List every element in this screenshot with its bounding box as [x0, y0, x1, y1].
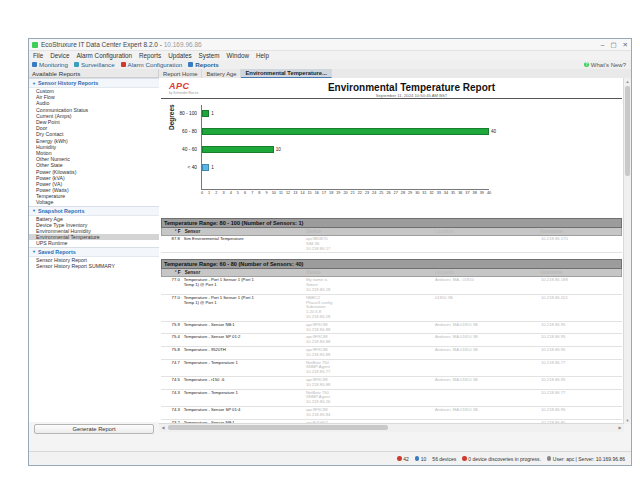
- chart-x-tick-label: 38: [473, 191, 477, 195]
- chart-bar[interactable]: [202, 146, 274, 153]
- scroll-left-icon[interactable]: ◀: [159, 424, 167, 432]
- chart-category-label: 60 - 80: [161, 123, 197, 141]
- column-header-f[interactable]: ° F: [162, 269, 183, 276]
- temperature-range-tables: Temperature Range: 80 - 100 (Number of S…: [161, 218, 622, 424]
- status-text: 10: [421, 456, 427, 462]
- cell-loc: 01810 3B: [433, 295, 539, 321]
- tab-battery-age[interactable]: Battery Age: [202, 69, 241, 78]
- table-row[interactable]: 75.9Temperature - Sensor NB:1apc9F9C8810…: [161, 322, 622, 335]
- column-header-f[interactable]: ° F: [162, 228, 183, 235]
- sidebar-section-saved-reports[interactable]: ▼Saved Reports: [29, 247, 159, 257]
- scroll-down-icon[interactable]: ▼: [624, 417, 631, 424]
- prog-status-icon: [462, 456, 467, 461]
- chart-x-tick-label: 29: [408, 191, 412, 195]
- sidebar-item-sensor-history-report-summary[interactable]: Sensor History Report SUMMARY: [29, 263, 159, 269]
- column-header-loc[interactable]: Location: [433, 269, 539, 276]
- chart-bar[interactable]: [202, 164, 209, 171]
- minimize-icon[interactable]: –: [601, 41, 605, 49]
- table-row[interactable]: 75.4Temperature - Sensor SP 01:2apc9F9C8…: [161, 334, 622, 347]
- cell-f: 75.4: [161, 334, 182, 346]
- chart-bar[interactable]: [202, 128, 489, 135]
- cell-loc: Andover, MA 01810 3B: [433, 334, 539, 346]
- column-header-sensor[interactable]: Sensor: [183, 269, 305, 276]
- column-header-device[interactable]: Device: [304, 269, 433, 276]
- sidebar-section-sensor-history-reports[interactable]: ▼Sensor History Reports: [29, 78, 159, 88]
- scroll-up-icon[interactable]: ▲: [624, 78, 631, 85]
- cell-loc: Andover, MA - 01810: [433, 277, 539, 293]
- table-row[interactable]: 74.3Temperature - Sensor SP 01:4apc9F9C8…: [161, 407, 622, 420]
- perspective-monitoring[interactable]: Monitoring: [32, 61, 68, 68]
- status-segment[interactable]: User: apc | Server: 10.169.96.86: [547, 456, 625, 462]
- perspective-reports[interactable]: Reports: [188, 61, 218, 68]
- title-bar[interactable]: EcoStruxure IT Data Center Expert 8.2.0 …: [29, 39, 631, 51]
- table-band-header: Temperature Range: 60 - 80 (Number of Se…: [161, 259, 622, 269]
- column-header-device[interactable]: Device: [304, 228, 433, 235]
- maximize-icon[interactable]: ▢: [610, 41, 616, 49]
- status-segment[interactable]: 10: [415, 456, 427, 462]
- cell-sensor: Sim Environmental Temperature: [182, 236, 304, 252]
- column-header-host[interactable]: Hostname: [538, 269, 621, 276]
- whats-new-link[interactable]: ?What's New?: [584, 62, 628, 68]
- menu-item-help[interactable]: Help: [256, 52, 269, 59]
- close-icon[interactable]: ✕: [623, 41, 628, 49]
- menu-item-window[interactable]: Window: [227, 52, 249, 59]
- sidebar-section-title: Snapshot Reports: [38, 208, 84, 214]
- status-segment[interactable]: 42: [397, 456, 409, 462]
- table-row[interactable]: 74.7Temperature - Temperature 1NetBotz 7…: [161, 360, 622, 377]
- table-row[interactable]: 75.8Temperature - 9520THapc9F9C8810.218.…: [161, 347, 622, 360]
- menu-item-updates[interactable]: Updates: [168, 52, 191, 59]
- chart-x-tick-label: 10: [272, 191, 276, 195]
- chart-x-tick-label: 19: [336, 191, 340, 195]
- table-row[interactable]: 74.5Temperature - r150 -6apc9F9C8810.218…: [161, 377, 622, 390]
- scroll-right-icon[interactable]: ▶: [616, 424, 624, 432]
- cell-device: apc9F9C8810.218.86.84: [304, 407, 433, 419]
- info-status-icon: [415, 456, 420, 461]
- perspective-surveillance[interactable]: Surveillance: [74, 61, 115, 68]
- report-horizontal-scrollbar[interactable]: ◀ ▶: [159, 423, 624, 432]
- chart-bar[interactable]: [202, 110, 209, 117]
- chevron-down-icon: ▼: [32, 208, 36, 213]
- chart-x-tick-label: 5: [237, 191, 239, 195]
- generate-report-button[interactable]: Generate Report: [34, 424, 154, 434]
- menu-item-reports[interactable]: Reports: [139, 52, 161, 59]
- table-row[interactable]: 77.0Temperature - Port 1 Sensor 1 (Port …: [161, 277, 622, 294]
- chart-x-tick-label: 15: [308, 191, 312, 195]
- menu-item-alarm-configuration[interactable]: Alarm Configuration: [76, 52, 132, 59]
- cell-loc: Andover, MA 01810 3B: [433, 322, 539, 334]
- chevron-down-icon: ▼: [32, 249, 36, 254]
- status-segment[interactable]: 56 devices: [432, 456, 456, 462]
- apc-logo: APC by Schneider Electric: [169, 82, 199, 95]
- cell-device: apc9F9C8810.218.86.88: [304, 334, 433, 346]
- table-row[interactable]: 87.8Sim Environmental Temperatureapc9B1B…: [161, 236, 622, 253]
- temperature-bar-chart: Degrees 14010101234567891011121314151617…: [159, 102, 624, 214]
- cell-sensor: Temperature - Port 1 Sensor 1 (Port 1Tem…: [182, 295, 304, 321]
- status-segment[interactable]: 0 device discoveries in progress.: [462, 456, 541, 462]
- chart-x-tick-label: 27: [394, 191, 398, 195]
- chart-x-tick-label: 18: [329, 191, 333, 195]
- table-row[interactable]: 77.0Temperature - Port 1 Sensor 1 (Port …: [161, 295, 622, 322]
- cell-loc: [433, 236, 539, 252]
- table-band-header: Temperature Range: 80 - 100 (Number of S…: [161, 218, 622, 228]
- perspective-alarm-configuration[interactable]: Alarm Configuration: [121, 61, 183, 68]
- tab-report-home[interactable]: Report Home: [159, 69, 202, 78]
- menu-item-device[interactable]: Device: [50, 52, 69, 59]
- perspective-icon: [121, 62, 126, 67]
- column-header-loc[interactable]: Location: [433, 228, 539, 235]
- table-row[interactable]: 74.3Temperature - Temperature 1NetBotz 7…: [161, 390, 622, 407]
- column-header-host[interactable]: Hostname: [538, 228, 621, 235]
- horizontal-scroll-thumb[interactable]: [168, 425, 388, 430]
- cell-f: 75.8: [161, 347, 182, 359]
- chart-x-tick-label: 20: [343, 191, 347, 195]
- menu-item-file[interactable]: File: [33, 52, 43, 59]
- cell-loc: Andover, MA 01810 3B: [433, 377, 539, 389]
- chevron-down-icon: ▼: [32, 81, 36, 86]
- column-header-sensor[interactable]: Sensor: [183, 228, 305, 235]
- sidebar-section-snapshot-reports[interactable]: ▼Snapshot Reports: [29, 206, 159, 216]
- app-window: EcoStruxure IT Data Center Expert 8.2.0 …: [28, 38, 632, 466]
- vertical-scroll-thumb[interactable]: [625, 86, 630, 176]
- cell-device: apc9F9C8810.218.86.88: [304, 322, 433, 334]
- report-title-rule: [161, 98, 622, 99]
- report-vertical-scrollbar[interactable]: ▲ ▼: [623, 78, 631, 424]
- menu-item-system[interactable]: System: [199, 52, 220, 59]
- tab-environmental-temperature-[interactable]: Environmental Temperature...: [241, 69, 331, 78]
